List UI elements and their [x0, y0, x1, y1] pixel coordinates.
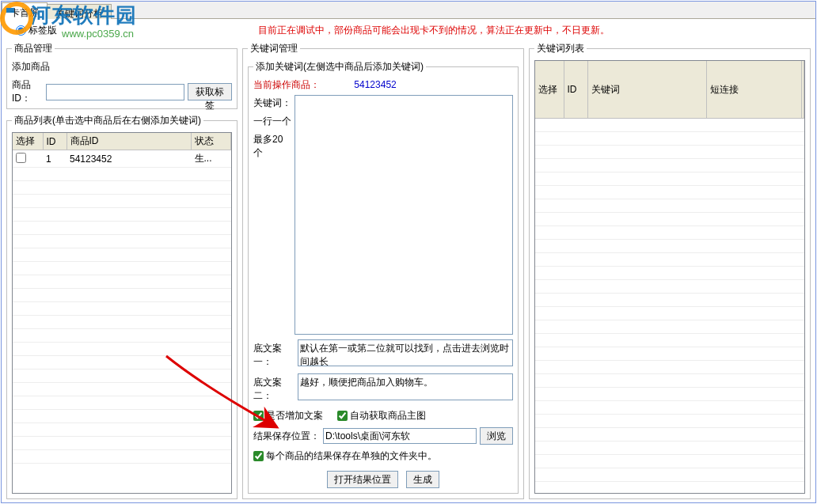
- open-result-button[interactable]: 打开结果位置: [327, 471, 398, 488]
- col-product-id[interactable]: 商品ID: [66, 133, 192, 150]
- add-keyword-group: 添加关键词(左侧选中商品后添加关键词) 当前操作商品： 54123452 关键词…: [248, 60, 519, 494]
- kcol-time[interactable]: 生成时间: [801, 61, 804, 119]
- keyword-mgmt-legend: 关键词管理: [248, 42, 300, 55]
- line-hint: 一行一个: [253, 115, 291, 128]
- keyword-mgmt-group: 关键词管理 添加关键词(左侧选中商品后添加关键词) 当前操作商品： 541234…: [242, 42, 524, 499]
- copy2-textarea[interactable]: [298, 373, 513, 400]
- browse-button[interactable]: 浏览: [480, 427, 513, 445]
- cb-add-copy[interactable]: 是否增加文案: [253, 409, 323, 423]
- current-product-label: 当前操作商品：: [253, 79, 320, 90]
- current-product-value: 54123452: [354, 79, 396, 90]
- copy1-label: 底文案一：: [253, 339, 294, 369]
- product-list-group: 商品列表(单击选中商品后在右侧添加关键词) 选择 ID 商品ID 状态: [6, 114, 238, 499]
- cell-pid: 54123452: [66, 150, 192, 168]
- generate-button[interactable]: 生成: [406, 471, 439, 488]
- product-list-legend: 商品列表(单击选中商品后在右侧添加关键词): [12, 114, 203, 127]
- cb-single-folder[interactable]: 每个商品的结果保存在单独的文件夹中。: [253, 449, 513, 463]
- cb-add-copy-text: 是否增加文案: [266, 409, 323, 423]
- get-tag-button[interactable]: 获取标签: [188, 83, 233, 100]
- cb-auto-image[interactable]: 自动获取商品主图: [337, 409, 426, 423]
- keyword-list-legend: 关键词列表: [534, 42, 587, 55]
- col-select[interactable]: 选择: [13, 133, 43, 150]
- product-mgmt-legend: 商品管理: [12, 42, 55, 55]
- notice-text: 目前正在调试中，部份商品可能会出现卡不到的情况，算法正在更新中，不日更新。: [57, 24, 811, 37]
- product-table[interactable]: 选择 ID 商品ID 状态 1 54123452 生...: [13, 133, 231, 464]
- radio-label-version-input[interactable]: [16, 25, 26, 36]
- col-status[interactable]: 状态: [192, 133, 231, 150]
- kcol-select[interactable]: 选择: [535, 61, 564, 119]
- kcol-keyword[interactable]: 关键词: [587, 61, 706, 119]
- keyword-table[interactable]: 选择 ID 关键词 短连接 生成时间: [535, 61, 804, 494]
- keyword-textarea[interactable]: [294, 95, 513, 335]
- tab-keyword-analysis[interactable]: 关键词分析: [47, 4, 112, 19]
- keyword-label: 关键词：: [253, 97, 291, 110]
- keyword-list-group: 关键词列表 选择 ID 关键词 短连接 生成时间: [529, 42, 811, 499]
- col-id[interactable]: ID: [43, 133, 66, 150]
- save-path-label: 结果保存位置：: [253, 430, 320, 443]
- cell-id: 1: [43, 150, 66, 168]
- cell-status: 生...: [192, 150, 231, 168]
- add-product-legend: 添加商品: [12, 60, 232, 74]
- kcol-id[interactable]: ID: [564, 61, 587, 119]
- cb-auto-image-text: 自动获取商品主图: [350, 409, 426, 423]
- tab-home[interactable]: 卡首屏: [2, 2, 48, 19]
- add-keyword-legend: 添加关键词(左侧选中商品后添加关键词): [253, 60, 426, 74]
- cb-single-folder-text: 每个商品的结果保存在单独的文件夹中。: [266, 449, 437, 463]
- table-row[interactable]: 1 54123452 生...: [13, 150, 231, 168]
- cb-single-folder-input[interactable]: [253, 451, 264, 461]
- save-path-input[interactable]: [323, 428, 477, 444]
- radio-label-version[interactable]: 标签版: [16, 24, 57, 37]
- product-id-label: 商品ID：: [12, 78, 43, 105]
- row-checkbox[interactable]: [16, 153, 26, 163]
- kcol-link[interactable]: 短连接: [706, 61, 801, 119]
- max-hint: 最多20个: [253, 133, 291, 160]
- cb-auto-image-input[interactable]: [337, 411, 348, 421]
- copy1-textarea[interactable]: [298, 339, 513, 366]
- copy2-label: 底文案二：: [253, 373, 294, 403]
- product-id-input[interactable]: [46, 84, 184, 100]
- product-mgmt-group: 商品管理 添加商品 商品ID： 获取标签: [6, 42, 238, 109]
- cb-add-copy-input[interactable]: [253, 411, 264, 421]
- radio-label-version-text: 标签版: [28, 24, 57, 37]
